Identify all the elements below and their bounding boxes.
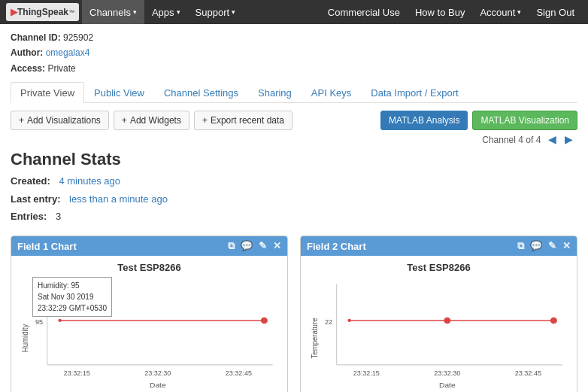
export-button[interactable]: + Export recent data <box>194 111 292 130</box>
svg-text:95: 95 <box>35 319 43 327</box>
chart1-icons: ⧉ 💬 ✎ ✕ <box>228 240 281 252</box>
svg-text:Date: Date <box>439 381 456 389</box>
access-label: Access: <box>11 63 45 74</box>
svg-text:23:32:30: 23:32:30 <box>144 369 171 377</box>
svg-text:Humidity: Humidity <box>20 324 29 352</box>
account-caret: ▾ <box>517 8 521 16</box>
main-content: Channel ID: 925902 Author: omegalax4 Acc… <box>0 24 588 392</box>
tab-bar: Private View Public View Channel Setting… <box>11 82 577 103</box>
logo-tm: ™ <box>68 9 74 16</box>
chart1-external-icon[interactable]: ⧉ <box>228 240 235 252</box>
author-label: Author: <box>11 47 43 58</box>
channels-caret: ▾ <box>133 8 137 16</box>
chart2-close-icon[interactable]: ✕ <box>562 240 571 252</box>
svg-point-18 <box>347 319 351 322</box>
channel-pagination: Channel 4 of 4 ◀ ▶ <box>11 133 577 145</box>
tooltip-humidity: Humidity: 95 <box>38 280 107 291</box>
channel-stats-title: Channel Stats <box>11 150 577 169</box>
svg-point-17 <box>444 318 450 324</box>
svg-point-6 <box>58 319 62 322</box>
matlab-visualization-button[interactable]: MATLAB Visualization <box>472 111 577 130</box>
action-left: + Add Visualizations + Add Widgets + Exp… <box>11 111 292 130</box>
chart2-title: Test ESP8266 <box>307 262 571 273</box>
created-value[interactable]: 4 minutes ago <box>59 172 120 190</box>
svg-text:23:32:45: 23:32:45 <box>226 369 252 377</box>
entries-label: Entries: <box>11 208 47 225</box>
chart2-header: Field 2 Chart ⧉ 💬 ✎ ✕ <box>301 236 577 256</box>
svg-text:23:32:15: 23:32:15 <box>353 369 380 377</box>
stats-detail: Created: 4 minutes ago Last entry: less … <box>11 172 577 225</box>
chart2-card: Field 2 Chart ⧉ 💬 ✎ ✕ Test ESP8266 Tempe… <box>300 236 577 392</box>
tab-api-keys[interactable]: API Keys <box>302 82 361 103</box>
plus-icon-widget: + <box>122 115 127 126</box>
svg-text:Temperature: Temperature <box>310 318 318 359</box>
prev-channel-button[interactable]: ◀ <box>547 133 558 145</box>
entries-value: 3 <box>56 208 61 225</box>
apps-caret: ▾ <box>177 8 180 16</box>
chart2-external-icon[interactable]: ⧉ <box>517 240 524 252</box>
tab-public-view[interactable]: Public View <box>84 82 154 103</box>
logo-icon: ▶ <box>11 7 17 17</box>
chart1-header-title: Field 1 Chart <box>17 241 228 252</box>
tab-data-import-export[interactable]: Data Import / Export <box>361 82 468 103</box>
matlab-analysis-button[interactable]: MATLAB Analysis <box>380 111 468 130</box>
chart2-icons: ⧉ 💬 ✎ ✕ <box>517 240 571 252</box>
channel-meta: Channel ID: 925902 Author: omegalax4 Acc… <box>11 30 577 76</box>
next-channel-button[interactable]: ▶ <box>563 133 574 145</box>
export-icon: + <box>202 115 208 126</box>
chart1-tooltip: Humidity: 95 Sat Nov 30 2019 23:32:29 GM… <box>32 277 112 317</box>
charts-row: Field 1 Chart ⧉ 💬 ✎ ✕ Test ESP8266 Humid… <box>11 236 577 392</box>
last-entry-label: Last entry: <box>11 190 60 208</box>
tooltip-date: Sat Nov 30 2019 <box>38 291 107 302</box>
chart1-title: Test ESP8266 <box>17 262 281 273</box>
nav-account[interactable]: Account ▾ <box>472 0 529 24</box>
logo-text: ThingSpeak <box>17 7 68 17</box>
svg-point-5 <box>261 318 268 324</box>
nav-support[interactable]: Support ▾ <box>188 0 244 24</box>
chart1-body: Test ESP8266 Humidity: 95 Sat Nov 30 201… <box>11 256 287 392</box>
channel-id-value: 925902 <box>63 32 93 43</box>
chart2-edit-icon[interactable]: ✎ <box>548 240 556 252</box>
support-caret: ▾ <box>232 8 235 16</box>
tab-sharing[interactable]: Sharing <box>248 82 302 103</box>
svg-text:23:32:15: 23:32:15 <box>64 369 90 377</box>
nav-apps[interactable]: Apps ▾ <box>144 0 188 24</box>
svg-point-16 <box>550 318 557 324</box>
chart2-svg: Temperature 22 23:32:15 23:32:30 <box>307 276 571 389</box>
tooltip-time: 23:32:29 GMT+0530 <box>38 302 107 314</box>
chart1-card: Field 1 Chart ⧉ 💬 ✎ ✕ Test ESP8266 Humid… <box>11 236 288 392</box>
last-entry-value[interactable]: less than a minute ago <box>69 190 168 208</box>
svg-text:22: 22 <box>325 319 332 327</box>
svg-text:23:32:45: 23:32:45 <box>515 369 541 377</box>
chart2-comment-icon[interactable]: 💬 <box>530 240 542 252</box>
add-widgets-button[interactable]: + Add Widgets <box>114 111 189 130</box>
chart2-header-title: Field 2 Chart <box>307 241 517 252</box>
nav-right: Commercial Use How to Buy Account ▾ Sign… <box>320 0 582 24</box>
chart1-comment-icon[interactable]: 💬 <box>241 240 253 252</box>
svg-text:Date: Date <box>150 381 166 389</box>
author-link[interactable]: omegalax4 <box>46 47 90 58</box>
logo[interactable]: ▶ ThingSpeak ™ <box>6 3 79 21</box>
chart2-body: Test ESP8266 Temperature 22 <box>301 256 577 392</box>
chart1-edit-icon[interactable]: ✎ <box>259 240 267 252</box>
action-row: + Add Visualizations + Add Widgets + Exp… <box>11 111 577 130</box>
top-nav: ▶ ThingSpeak ™ Channels ▾ Apps ▾ Support… <box>0 0 588 24</box>
add-visualizations-button[interactable]: + Add Visualizations <box>11 111 109 130</box>
nav-commercial[interactable]: Commercial Use <box>320 0 408 24</box>
nav-channels[interactable]: Channels ▾ <box>82 0 144 24</box>
tab-channel-settings[interactable]: Channel Settings <box>154 82 248 103</box>
chart1-header: Field 1 Chart ⧉ 💬 ✎ ✕ <box>11 236 287 256</box>
pagination-text: Channel 4 of 4 <box>482 135 541 145</box>
nav-sign-out[interactable]: Sign Out <box>529 0 582 24</box>
tab-private-view[interactable]: Private View <box>11 82 84 103</box>
chart1-close-icon[interactable]: ✕ <box>273 240 281 252</box>
action-right: MATLAB Analysis MATLAB Visualization <box>380 111 577 130</box>
channel-id-label: Channel ID: <box>11 32 61 43</box>
plus-icon-viz: + <box>19 115 24 126</box>
nav-how-to-buy[interactable]: How to Buy <box>408 0 472 24</box>
created-label: Created: <box>11 172 50 190</box>
access-value: Private <box>47 63 75 74</box>
svg-text:23:32:30: 23:32:30 <box>434 369 460 377</box>
